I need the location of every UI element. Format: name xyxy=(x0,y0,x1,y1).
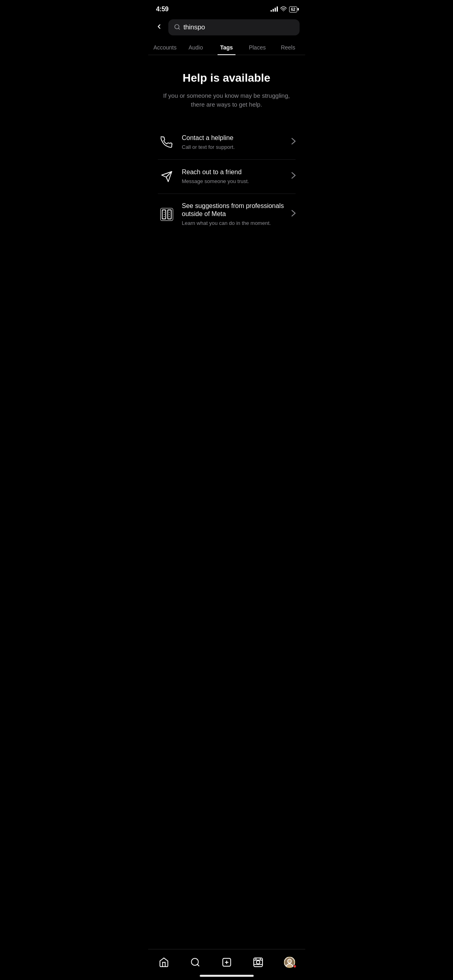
tab-audio[interactable]: Audio xyxy=(180,40,211,55)
help-subtitle: If you or someone you know may be strugg… xyxy=(158,91,296,109)
book-open-icon xyxy=(158,206,176,223)
professionals-text: See suggestions from professionals outsi… xyxy=(182,202,288,227)
professionals-action[interactable]: See suggestions from professionals outsi… xyxy=(158,194,296,235)
friend-title: Reach out to a friend xyxy=(182,168,288,177)
status-bar: 4:59 62 xyxy=(148,0,305,16)
friend-desc: Message someone you trust. xyxy=(182,178,288,185)
friend-chevron xyxy=(292,172,296,181)
tab-reels[interactable]: Reels xyxy=(273,40,303,55)
status-time: 4:59 xyxy=(156,6,169,13)
helpline-action[interactable]: Contact a helpline Call or text for supp… xyxy=(158,126,296,159)
battery-level: 62 xyxy=(291,7,295,12)
friend-text: Reach out to a friend Message someone yo… xyxy=(182,168,288,185)
help-title: Help is available xyxy=(158,71,296,85)
send-icon xyxy=(158,168,176,185)
signal-icon xyxy=(271,7,278,12)
helpline-chevron xyxy=(292,138,296,146)
search-input-wrapper[interactable]: thinspo xyxy=(168,19,300,35)
wifi-icon xyxy=(280,6,287,12)
action-list: Contact a helpline Call or text for supp… xyxy=(158,126,296,235)
search-icon xyxy=(174,24,180,31)
svg-point-0 xyxy=(283,10,284,11)
friend-action[interactable]: Reach out to a friend Message someone yo… xyxy=(158,159,296,194)
helpline-text: Contact a helpline Call or text for supp… xyxy=(182,134,288,151)
helpline-desc: Call or text for support. xyxy=(182,144,288,151)
professionals-desc: Learn what you can do in the moment. xyxy=(182,220,288,227)
helpline-title: Contact a helpline xyxy=(182,134,288,142)
professionals-title: See suggestions from professionals outsi… xyxy=(182,202,288,219)
professionals-chevron xyxy=(292,210,296,218)
tab-places[interactable]: Places xyxy=(242,40,273,55)
search-bar-row: thinspo xyxy=(148,16,305,40)
tab-tags[interactable]: Tags xyxy=(211,40,242,55)
tab-navigation: Accounts Audio Tags Places Reels xyxy=(148,40,305,55)
back-button[interactable] xyxy=(154,21,164,34)
svg-line-2 xyxy=(178,28,180,29)
battery-icon: 62 xyxy=(289,6,297,12)
tab-accounts[interactable]: Accounts xyxy=(150,40,180,55)
phone-icon xyxy=(158,134,176,151)
status-icons: 62 xyxy=(271,6,297,12)
main-content: Help is available If you or someone you … xyxy=(148,55,305,243)
search-query: thinspo xyxy=(184,23,205,31)
